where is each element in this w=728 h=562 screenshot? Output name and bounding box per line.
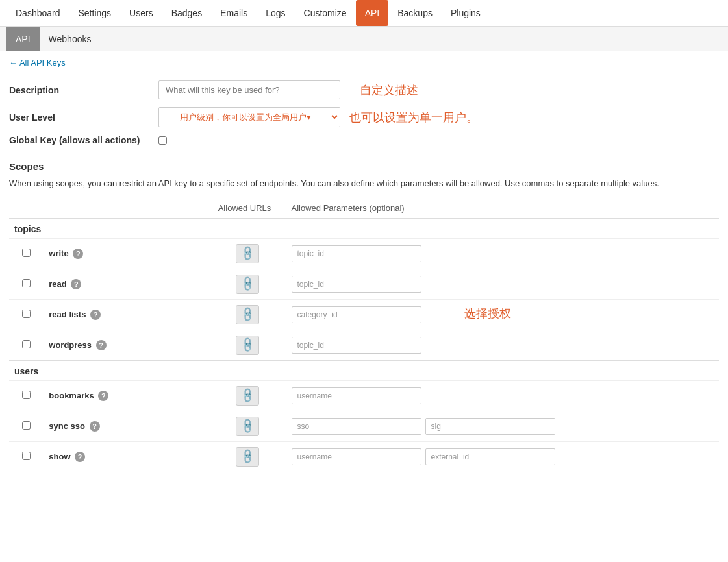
scope-params-cell: 选择授权 xyxy=(286,299,719,330)
help-icon[interactable]: ? xyxy=(71,279,81,289)
scopes-description: When using scopes, you can restrict an A… xyxy=(9,177,719,190)
scope-name: wordpress ? xyxy=(44,330,208,360)
nav-settings[interactable]: Settings xyxy=(69,0,121,26)
scope-params-cell xyxy=(286,380,719,411)
description-label: Description xyxy=(9,85,158,95)
scope-params-cell xyxy=(286,441,719,472)
scope-checkbox[interactable] xyxy=(22,421,31,430)
scope-checkbox[interactable] xyxy=(22,340,31,348)
scope-name: bookmarks ? xyxy=(44,380,208,411)
param1-input[interactable] xyxy=(292,306,421,323)
sub-nav: API Webhooks xyxy=(0,27,728,51)
help-icon[interactable]: ? xyxy=(90,421,100,432)
description-row: Description 自定义描述 xyxy=(9,80,719,99)
scope-urls-cell: 🔗 xyxy=(208,269,286,299)
scope-urls-cell: 🔗 xyxy=(208,380,286,411)
scope-name: write ? xyxy=(44,238,208,269)
top-nav: Dashboard Settings Users Badges Emails L… xyxy=(0,0,728,27)
link-icon: 🔗 xyxy=(238,245,257,263)
table-row: wordpress ? 🔗 xyxy=(9,330,719,360)
scope-params-cell xyxy=(286,269,719,299)
global-key-checkbox-container xyxy=(158,136,173,145)
link-button[interactable]: 🔗 xyxy=(236,417,259,436)
link-icon: 🔗 xyxy=(238,387,257,405)
table-row: read lists ? 🔗 选择授权 xyxy=(9,299,719,330)
group-header-users: users xyxy=(9,360,719,380)
scope-urls-cell: 🔗 xyxy=(208,411,286,441)
global-key-checkbox[interactable] xyxy=(158,136,167,145)
scope-urls-cell: 🔗 xyxy=(208,238,286,269)
nav-customize[interactable]: Customize xyxy=(295,0,356,26)
table-row: sync sso ? 🔗 xyxy=(9,411,719,441)
help-icon[interactable]: ? xyxy=(96,340,107,350)
subnav-webhooks[interactable]: Webhooks xyxy=(40,27,101,51)
nav-backups[interactable]: Backups xyxy=(388,0,442,26)
nav-api[interactable]: API xyxy=(356,0,389,26)
link-button[interactable]: 🔗 xyxy=(236,336,259,355)
col-header-params: Allowed Parameters (optional) xyxy=(286,201,719,219)
nav-logs[interactable]: Logs xyxy=(257,0,294,26)
global-key-label: Global Key (allows all actions) xyxy=(9,135,158,145)
link-icon: 🔗 xyxy=(238,306,257,324)
nav-users[interactable]: Users xyxy=(120,0,162,26)
nav-badges[interactable]: Badges xyxy=(162,0,211,26)
scope-params-cell xyxy=(286,411,719,441)
scope-checkbox[interactable] xyxy=(22,249,31,257)
scopes-section: Scopes When using scopes, you can restri… xyxy=(0,157,728,478)
link-button[interactable]: 🔗 xyxy=(236,275,259,294)
user-level-select[interactable]: 用户级别，你可以设置为全局用户▾ xyxy=(158,107,340,127)
param1-input[interactable] xyxy=(292,276,421,293)
scope-urls-cell: 🔗 xyxy=(208,330,286,360)
scope-name: read lists ? xyxy=(44,299,208,330)
param1-input[interactable] xyxy=(292,387,421,404)
subnav-api[interactable]: API xyxy=(6,27,40,51)
param1-input[interactable] xyxy=(292,245,421,262)
user-level-annotation: 也可以设置为单一用户。 xyxy=(349,110,478,125)
scopes-annotation: 选择授权 xyxy=(464,307,511,320)
scope-urls-cell: 🔗 xyxy=(208,441,286,472)
scope-urls-cell: 🔗 xyxy=(208,299,286,330)
scope-name: read ? xyxy=(44,269,208,299)
scope-checkbox[interactable] xyxy=(22,452,31,460)
help-icon[interactable]: ? xyxy=(90,310,101,320)
link-button[interactable]: 🔗 xyxy=(236,386,259,406)
group-header-topics: topics xyxy=(9,218,719,238)
scope-params-cell xyxy=(286,238,719,269)
scopes-table: Allowed URLs Allowed Parameters (optiona… xyxy=(9,201,719,472)
link-button[interactable]: 🔗 xyxy=(236,447,259,467)
param2-input[interactable] xyxy=(425,448,555,465)
user-level-row: User Level 用户级别，你可以设置为全局用户▾ 也可以设置为单一用户。 xyxy=(9,107,719,127)
table-row: show ? 🔗 xyxy=(9,441,719,472)
scopes-title: Scopes xyxy=(9,161,719,172)
table-row: write ? 🔗 xyxy=(9,238,719,269)
help-icon[interactable]: ? xyxy=(98,391,108,401)
back-link[interactable]: ← All API Keys xyxy=(0,51,75,74)
link-icon: 🔗 xyxy=(238,448,257,466)
col-header-name xyxy=(44,201,208,219)
scope-name: show ? xyxy=(44,441,208,472)
scope-checkbox[interactable] xyxy=(22,391,31,399)
description-input[interactable] xyxy=(158,80,340,99)
help-icon[interactable]: ? xyxy=(73,249,83,259)
link-icon: 🔗 xyxy=(238,417,257,435)
col-header-urls: Allowed URLs xyxy=(208,201,286,219)
param1-input[interactable] xyxy=(292,337,421,354)
param1-input[interactable] xyxy=(292,448,421,465)
user-level-label: User Level xyxy=(9,112,158,123)
nav-dashboard[interactable]: Dashboard xyxy=(6,0,69,26)
link-button[interactable]: 🔗 xyxy=(236,244,259,263)
link-icon: 🔗 xyxy=(238,336,257,354)
nav-emails[interactable]: Emails xyxy=(211,0,257,26)
nav-plugins[interactable]: Plugins xyxy=(442,0,490,26)
scope-checkbox[interactable] xyxy=(22,279,31,287)
scope-checkbox[interactable] xyxy=(22,310,31,318)
description-annotation: 自定义描述 xyxy=(360,82,418,98)
link-button[interactable]: 🔗 xyxy=(236,305,259,324)
table-row: bookmarks ? 🔗 xyxy=(9,380,719,411)
help-icon[interactable]: ? xyxy=(75,452,85,462)
form-section: Description 自定义描述 User Level 用户级别，你可以设置为… xyxy=(0,74,728,157)
param1-input[interactable] xyxy=(292,418,421,435)
param2-input[interactable] xyxy=(425,418,555,435)
link-icon: 🔗 xyxy=(238,275,257,293)
global-key-row: Global Key (allows all actions) xyxy=(9,135,719,145)
